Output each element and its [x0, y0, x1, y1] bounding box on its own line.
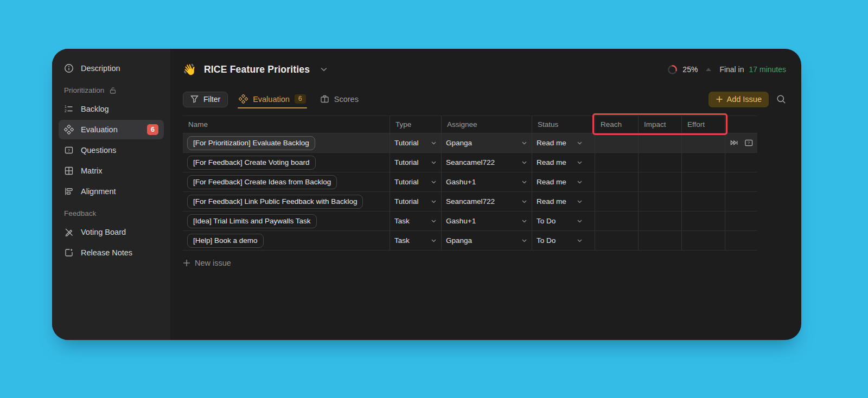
- issue-name[interactable]: [For Feedback] Create Ideas from Backlog: [187, 175, 337, 189]
- filter-label: Filter: [203, 95, 220, 104]
- new-issue-button[interactable]: New issue: [183, 259, 231, 267]
- row-actions-cell: [725, 153, 757, 172]
- column-header-assignee[interactable]: Assignee: [441, 115, 532, 133]
- sidebar-item-matrix[interactable]: Matrix: [59, 161, 164, 181]
- column-header-effort[interactable]: Effort: [681, 115, 725, 133]
- type-cell[interactable]: Task: [390, 231, 441, 251]
- status-cell[interactable]: To Do: [532, 211, 595, 231]
- sidebar-item-questions[interactable]: ? Questions: [59, 140, 164, 160]
- impact-cell[interactable]: [638, 192, 681, 211]
- add-issue-button[interactable]: Add Issue: [709, 92, 769, 107]
- chevron-down-icon: [431, 140, 437, 146]
- assignee-cell[interactable]: Gpanga: [441, 133, 532, 153]
- status-cell[interactable]: Read me: [532, 133, 595, 153]
- sidebar-section-label: Feedback: [64, 209, 96, 217]
- assignee-cell[interactable]: Gpanga: [441, 231, 532, 251]
- effort-cell[interactable]: [681, 172, 725, 192]
- impact-cell[interactable]: [638, 231, 681, 251]
- reach-cell[interactable]: [595, 172, 638, 192]
- chevron-down-icon: [577, 140, 583, 146]
- issue-name[interactable]: [For Feedback] Link Public Feedback with…: [187, 195, 363, 209]
- svg-text:1: 1: [65, 105, 67, 108]
- svg-text:2: 2: [65, 109, 67, 113]
- tab-evaluation[interactable]: Evaluation 6: [239, 94, 306, 108]
- column-header-name[interactable]: Name: [183, 115, 390, 133]
- status-cell[interactable]: Read me: [532, 192, 595, 211]
- chevron-down-icon: [577, 237, 583, 243]
- chevron-down-icon: [431, 218, 437, 224]
- issue-name[interactable]: [For Feedback] Create Voting board: [187, 156, 316, 170]
- table-row: [For Feedback] Create Voting board Tutor…: [183, 153, 757, 172]
- search-icon[interactable]: [776, 94, 786, 104]
- issue-name[interactable]: [For Prioritization] Evaluate Backlog: [187, 136, 315, 150]
- sidebar-item-label: Evaluation: [81, 125, 118, 134]
- column-header-impact[interactable]: Impact: [638, 115, 681, 133]
- impact-cell[interactable]: [638, 211, 681, 231]
- column-header-status[interactable]: Status: [532, 115, 595, 133]
- type-cell[interactable]: Task: [390, 211, 441, 231]
- reach-cell[interactable]: [595, 231, 638, 251]
- column-header-reach[interactable]: Reach: [595, 115, 638, 133]
- name-cell: [Idea] Trial Limits and Paywalls Task: [183, 211, 390, 231]
- effort-cell[interactable]: [681, 211, 725, 231]
- impact-cell[interactable]: [638, 153, 681, 172]
- sidebar-item-evaluation[interactable]: Evaluation 6: [59, 120, 164, 139]
- column-header-type[interactable]: Type: [390, 115, 441, 133]
- info-icon: [64, 63, 74, 73]
- sidebar-item-voting-board[interactable]: Voting Board: [59, 222, 164, 242]
- type-cell[interactable]: Tutorial: [390, 153, 441, 172]
- effort-cell[interactable]: [681, 231, 725, 251]
- table-row: [Idea] Trial Limits and Paywalls Task Ta…: [183, 211, 757, 231]
- sidebar-item-backlog[interactable]: 12 Backlog: [59, 99, 164, 119]
- pen-slash-icon: [64, 227, 74, 237]
- question-folder-icon[interactable]: ?: [744, 138, 754, 147]
- diamonds-icon: [64, 125, 74, 134]
- type-cell[interactable]: Tutorial: [390, 172, 441, 192]
- status-cell[interactable]: Read me: [532, 153, 595, 172]
- numbered-list-icon: 12: [64, 104, 74, 114]
- issue-name[interactable]: [Help] Book a demo: [187, 234, 264, 248]
- sidebar-item-release-notes[interactable]: Release Notes: [59, 243, 164, 262]
- assignee-cell[interactable]: Gashu+1: [441, 172, 532, 192]
- final-time[interactable]: 17 minutes: [749, 65, 786, 74]
- sidebar-item-label: Questions: [81, 146, 116, 155]
- filter-button[interactable]: Filter: [183, 92, 228, 107]
- skip-forward-icon[interactable]: [730, 138, 739, 147]
- title-chevron-down-icon[interactable]: [321, 67, 327, 72]
- align-bars-icon: [64, 187, 74, 196]
- sidebar: Description Prioritization 12 Backlog Ev…: [52, 49, 170, 340]
- chevron-down-icon: [431, 159, 437, 165]
- status-cell[interactable]: Read me: [532, 172, 595, 192]
- reach-cell[interactable]: [595, 153, 638, 172]
- main-area: 👋 RICE Feature Priorities 25% Final in 1…: [170, 49, 801, 340]
- issue-name[interactable]: [Idea] Trial Limits and Paywalls Task: [187, 214, 317, 228]
- sidebar-item-description[interactable]: Description: [59, 59, 164, 78]
- tab-scores[interactable]: Scores: [320, 94, 359, 108]
- table-row: [For Feedback] Create Ideas from Backlog…: [183, 172, 757, 192]
- effort-cell[interactable]: [681, 133, 725, 153]
- wave-emoji: 👋: [183, 63, 196, 76]
- type-cell[interactable]: Tutorial: [390, 133, 441, 153]
- assignee-cell[interactable]: Seancamel722: [441, 153, 532, 172]
- row-actions-cell: [725, 172, 757, 192]
- question-box-icon: ?: [64, 145, 74, 155]
- header-right-cluster: 25% Final in 17 minutes: [667, 65, 786, 75]
- name-cell: [For Prioritization] Evaluate Backlog: [183, 133, 390, 153]
- row-actions-cell: [725, 231, 757, 251]
- reach-cell[interactable]: [595, 133, 638, 153]
- sidebar-item-alignment[interactable]: Alignment: [59, 182, 164, 201]
- type-cell[interactable]: Tutorial: [390, 192, 441, 211]
- svg-text:?: ?: [67, 148, 70, 153]
- impact-cell[interactable]: [638, 172, 681, 192]
- chevron-down-icon: [521, 218, 527, 224]
- row-actions-cell: ?: [725, 133, 757, 153]
- assignee-cell[interactable]: Seancamel722: [441, 192, 532, 211]
- reach-cell[interactable]: [595, 192, 638, 211]
- reach-cell[interactable]: [595, 211, 638, 231]
- effort-cell[interactable]: [681, 153, 725, 172]
- effort-cell[interactable]: [681, 192, 725, 211]
- assignee-cell[interactable]: Gashu+1: [441, 211, 532, 231]
- chevron-down-icon: [521, 140, 527, 146]
- impact-cell[interactable]: [638, 133, 681, 153]
- status-cell[interactable]: To Do: [532, 231, 595, 251]
